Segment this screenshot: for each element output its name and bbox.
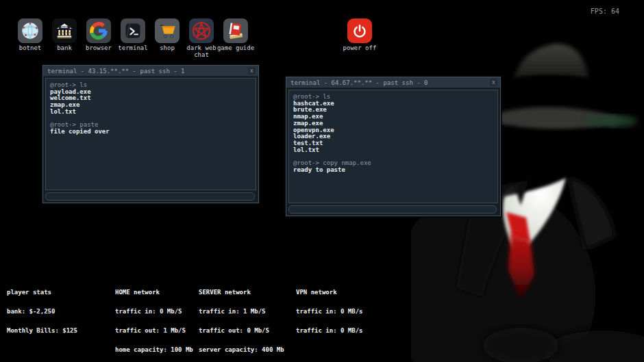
terminal-line: file copied over — [50, 129, 251, 135]
terminal-1-title: terminal - 43.15.**.** - past ssh - 1 — [47, 68, 184, 75]
terminal-line: ready to paste — [293, 167, 493, 174]
botnet-icon — [18, 18, 42, 43]
power-off-icon — [347, 18, 372, 43]
icon-label: game guide — [214, 45, 257, 52]
terminal-2-titlebar[interactable]: terminal - 64.67.**.** - past ssh - 0 x — [286, 77, 500, 88]
home-network-line: traffic out: 1 Mb/S — [115, 328, 193, 334]
server-network-panel: SERVER network traffic in: 1 Mb/S traffi… — [199, 276, 295, 362]
icon-bank[interactable]: BANK bank — [47, 18, 82, 58]
server-network-title: SERVER network — [199, 289, 295, 296]
player-stats-line: Monthly Bills: $125 — [7, 328, 77, 334]
terminal-line: loader.exe — [293, 133, 493, 140]
player-stats-line: bank: $-2,250 — [7, 309, 77, 315]
icon-browser[interactable]: browser — [82, 18, 116, 58]
svg-text:BANK: BANK — [61, 25, 68, 29]
icon-botnet[interactable]: botnet — [13, 18, 47, 58]
vpn-network-title: VPN network — [296, 289, 363, 296]
close-icon[interactable]: x — [248, 67, 256, 75]
home-network-panel: HOME network traffic in: 0 Mb/S traffic … — [115, 276, 193, 362]
home-network-title: HOME network — [115, 289, 193, 296]
player-stats-title: player stats — [7, 289, 77, 296]
terminal-window-1[interactable]: terminal - 43.15.**.** - past ssh - 1 x … — [42, 65, 259, 203]
terminal-line: lol.txt — [50, 109, 251, 116]
player-stats-panel: player stats bank: $-2,250 Monthly Bills… — [7, 276, 77, 347]
vpn-network-line: traffic in: 0 MB/s — [296, 328, 363, 334]
bank-icon: BANK — [52, 18, 77, 43]
icon-shop[interactable]: shop — [150, 18, 184, 58]
terminal-2-output: @root-> ls hashcat.exe brute.exe nmap.ex… — [288, 90, 498, 203]
terminal-line: test.txt — [293, 140, 493, 147]
icon-game-guide[interactable]: game guide — [219, 18, 253, 58]
terminal-line: nmap.exe — [293, 114, 493, 120]
terminal-line: lol.txt — [293, 147, 493, 154]
server-network-line: traffic out: 0 Mb/S — [199, 328, 295, 334]
browser-icon — [86, 18, 111, 43]
terminal-line: brute.exe — [293, 107, 493, 114]
terminal-line: welcome.txt — [50, 95, 251, 102]
dark-web-chat-icon — [189, 18, 214, 43]
terminal-2-input[interactable] — [288, 205, 497, 214]
terminal-2-title: terminal - 64.67.**.** - past ssh - 0 — [290, 79, 428, 86]
terminal-1-output: @root-> ls payload.exe welcome.txt zmap.… — [45, 78, 256, 190]
terminal-1-input[interactable] — [45, 192, 255, 201]
vpn-network-panel: VPN network traffic in: 0 MB/s traffic i… — [296, 276, 363, 347]
icon-terminal[interactable]: terminal — [116, 18, 150, 58]
server-network-line: traffic in: 1 Mb/S — [199, 309, 295, 315]
home-network-line: traffic in: 0 Mb/S — [115, 309, 193, 315]
terminal-line: zmap.exe — [50, 102, 251, 109]
home-network-line: home capacity: 100 Mb — [115, 347, 193, 353]
fps-counter: FPS: 64 — [591, 8, 619, 15]
game-guide-icon — [223, 18, 248, 43]
icon-dark-web-chat[interactable]: dark web chat — [184, 18, 219, 58]
terminal-1-titlebar[interactable]: terminal - 43.15.**.** - past ssh - 1 x — [43, 66, 258, 76]
vpn-network-line: traffic in: 0 MB/s — [296, 309, 363, 315]
icon-power-off[interactable]: power off — [343, 18, 377, 52]
close-icon[interactable]: x — [490, 79, 497, 86]
server-network-line: server capacity: 400 Mb — [199, 347, 295, 353]
desktop-background: FPS: 64 botnet BANK — [0, 0, 644, 362]
shop-icon — [155, 18, 179, 43]
desktop-icon-row: botnet BANK — [13, 18, 253, 58]
terminal-icon — [121, 18, 145, 43]
terminal-window-2[interactable]: terminal - 64.67.**.** - past ssh - 0 x … — [286, 77, 501, 216]
icon-label: power off — [338, 45, 381, 52]
